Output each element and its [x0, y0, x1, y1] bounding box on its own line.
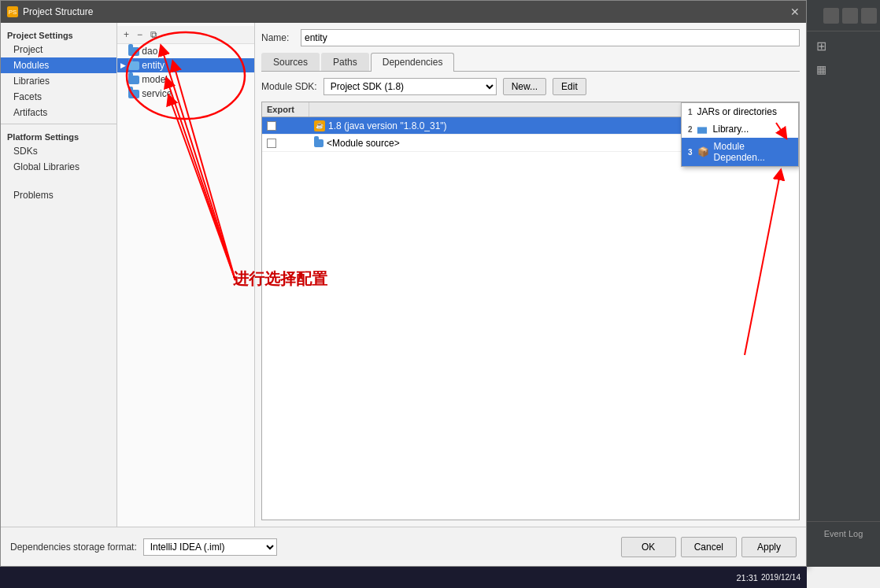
checkbox-icon[interactable]	[267, 139, 276, 148]
checkbox-icon[interactable]	[267, 121, 276, 131]
folder-icon	[128, 47, 139, 56]
module-name-input[interactable]	[301, 29, 800, 46]
library-icon	[697, 124, 708, 135]
project-structure-dialog: PS Project Structure ✕ Project Settings …	[0, 0, 807, 567]
export-check	[262, 137, 309, 150]
dep-name: <Module source>	[327, 138, 400, 149]
tab-sources[interactable]: Sources	[261, 53, 320, 71]
content-area: Project Settings Project Modules Librari…	[1, 23, 806, 527]
tree-item-label: dao	[142, 46, 157, 57]
module-dep-icon: 📦	[697, 146, 709, 157]
cancel-button[interactable]: Cancel	[681, 537, 737, 557]
dropdown-item-label: JARs or directories	[697, 106, 777, 117]
add-module-button[interactable]: +	[120, 28, 132, 42]
ide-sidebar-btn-2[interactable]: ▦	[810, 58, 832, 80]
dialog-buttons: OK Cancel Apply	[621, 537, 797, 557]
sidebar-item-facets[interactable]: Facets	[1, 89, 116, 105]
new-sdk-button[interactable]: New...	[503, 78, 546, 95]
event-log-label: Event Log	[824, 529, 863, 538]
storage-format-select[interactable]: IntelliJ IDEA (.iml)	[143, 538, 277, 556]
taskbar-time: 21:31	[736, 573, 758, 582]
main-panel: Name: Sources Paths Dependencies Module …	[255, 23, 806, 527]
ide-toolbar	[807, 0, 880, 31]
item-number: 3	[688, 148, 693, 157]
remove-module-button[interactable]: −	[134, 28, 146, 42]
platform-settings-label: Platform Settings	[1, 128, 116, 143]
tree-item-label: model	[142, 74, 168, 85]
name-label: Name:	[261, 32, 294, 43]
dropdown-item-label: Module Dependen...	[714, 141, 792, 163]
item-number: 1	[688, 108, 693, 116]
item-number: 2	[688, 125, 693, 134]
tree-item-label: entity	[142, 60, 165, 71]
edit-sdk-button[interactable]: Edit	[553, 78, 586, 95]
tree-item-entity[interactable]: ▶ entity	[117, 58, 254, 72]
sidebar-item-project[interactable]: Project	[1, 42, 116, 57]
tree-item-label: service	[142, 88, 172, 99]
dep-name-cell: ☕ 1.8 (java version "1.8.0_31")	[309, 119, 736, 133]
module-source-icon	[314, 139, 324, 147]
copy-module-button[interactable]: ⧉	[147, 28, 161, 42]
folder-icon	[128, 61, 139, 70]
sidebar-item-global-libraries[interactable]: Global Libraries	[1, 159, 116, 175]
dep-name-cell: <Module source>	[309, 136, 736, 150]
ok-button[interactable]: OK	[621, 537, 676, 557]
export-header: Export	[262, 102, 309, 116]
title-bar-left: PS Project Structure	[7, 6, 93, 17]
sidebar: Project Settings Project Modules Librari…	[1, 23, 117, 527]
ide-btn-3[interactable]	[861, 8, 877, 24]
taskbar: 21:31 2019/12/14	[0, 567, 807, 588]
tree-item-service[interactable]: service	[117, 87, 254, 101]
ide-btn-1[interactable]	[823, 8, 839, 24]
add-dependency-dropdown: 1 JARs or directories 2 Library... 3 📦 M…	[681, 102, 799, 167]
dropdown-item-library[interactable]: 2 Library...	[682, 120, 798, 138]
export-check	[262, 120, 309, 132]
ide-sidebar-icons: ⊞ ▦	[807, 31, 880, 83]
tree-toolbar: + − ⧉	[117, 26, 254, 44]
dialog-title: Project Structure	[23, 6, 93, 17]
sidebar-item-modules[interactable]: Modules	[1, 57, 116, 73]
tab-dependencies[interactable]: Dependencies	[371, 53, 455, 72]
event-log-tab[interactable]: Event Log	[807, 521, 880, 545]
dropdown-item-label: Library...	[713, 124, 749, 135]
sidebar-divider	[1, 124, 116, 124]
tabs: Sources Paths Dependencies	[261, 53, 800, 72]
ide-sidebar-btn-1[interactable]: ⊞	[810, 35, 832, 57]
dialog-bottom: Dependencies storage format: IntelliJ ID…	[1, 527, 806, 566]
title-bar: PS Project Structure ✕	[1, 1, 806, 23]
dropdown-item-module-dep[interactable]: 3 📦 Module Dependen...	[682, 138, 798, 166]
dropdown-item-jars[interactable]: 1 JARs or directories	[682, 103, 798, 120]
storage-label: Dependencies storage format:	[10, 542, 137, 553]
name-row: Name:	[261, 29, 800, 46]
sidebar-item-problems[interactable]: Problems	[1, 187, 116, 203]
tab-paths[interactable]: Paths	[321, 53, 369, 71]
dependencies-table: Export Scope + ☕ 1.8 (java version "1.8.…	[261, 102, 800, 520]
module-tree: + − ⧉ dao ▶ entity model	[117, 23, 255, 527]
storage-row: Dependencies storage format: IntelliJ ID…	[10, 538, 277, 556]
tree-item-model[interactable]: model	[117, 72, 254, 87]
sdk-label: Module SDK:	[261, 81, 317, 92]
apply-button[interactable]: Apply	[741, 537, 797, 557]
folder-icon	[128, 90, 139, 98]
dialog-icon: PS	[7, 6, 18, 17]
sidebar-item-sdks[interactable]: SDKs	[1, 143, 116, 159]
taskbar-date: 2019/12/14	[761, 573, 801, 582]
dep-name: 1.8 (java version "1.8.0_31")	[328, 120, 447, 131]
close-button[interactable]: ✕	[790, 6, 800, 18]
tree-arrow: ▶	[120, 61, 128, 69]
sdk-dep-icon: ☕	[314, 120, 325, 131]
project-settings-label: Project Settings	[1, 26, 116, 42]
ide-btn-2[interactable]	[842, 8, 858, 24]
folder-icon	[128, 76, 139, 84]
tree-item-dao[interactable]: dao	[117, 44, 254, 58]
sidebar-item-artifacts[interactable]: Artifacts	[1, 105, 116, 120]
sdk-row: Module SDK: Project SDK (1.8) New... Edi…	[261, 78, 800, 95]
ide-panel: ⊞ ▦ Event Log	[807, 0, 880, 567]
sidebar-item-libraries[interactable]: Libraries	[1, 73, 116, 89]
name-header	[309, 102, 717, 116]
sdk-select[interactable]: Project SDK (1.8)	[324, 78, 497, 95]
